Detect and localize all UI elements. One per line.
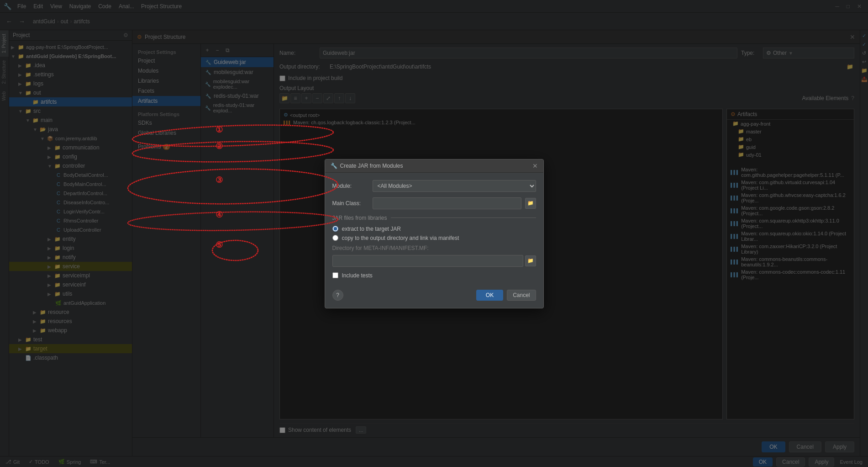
modal-icon: 🔧	[331, 163, 337, 169]
dir-label: Directory for META-INF/MANIFEST.MF:	[332, 245, 536, 251]
modal-overlay: 🔧 Create JAR from Modules ✕ Module: <All…	[0, 0, 868, 467]
modal-cancel-btn[interactable]: Cancel	[507, 290, 536, 301]
radio-group: extract to the target JAR copy to the ou…	[332, 226, 536, 241]
create-jar-modal: 🔧 Create JAR from Modules ✕ Module: <All…	[325, 159, 544, 308]
include-tests-label: Include tests	[342, 272, 373, 279]
modal-title: 🔧 Create JAR from Modules	[331, 163, 403, 169]
radio-extract-label: extract to the target JAR	[342, 226, 401, 232]
manifest-dir-input[interactable]	[332, 255, 523, 267]
module-select[interactable]: <All Modules>	[373, 180, 536, 192]
modal-title-text: Create JAR from Modules	[340, 163, 403, 169]
jar-files-section-label: JAR files from libraries	[332, 215, 536, 221]
help-btn[interactable]: ?	[332, 290, 343, 301]
module-label: Module:	[332, 183, 369, 189]
include-tests-checkbox[interactable]	[332, 272, 338, 278]
modal-close-btn[interactable]: ✕	[532, 162, 538, 170]
include-tests-row: Include tests	[332, 272, 536, 279]
main-class-browse-btn[interactable]: 📁	[525, 198, 536, 209]
module-row: Module: <All Modules>	[332, 180, 536, 192]
modal-body: Module: <All Modules> Main Class: 📁 JAR …	[325, 173, 543, 308]
main-class-input[interactable]	[373, 197, 521, 209]
modal-footer: ? OK Cancel	[332, 286, 536, 301]
modal-footer-left: ?	[332, 290, 343, 301]
dir-input-row: 📁	[332, 255, 536, 267]
radio-copy[interactable]	[332, 235, 338, 241]
radio-extract[interactable]	[332, 226, 338, 232]
modal-ok-btn[interactable]: OK	[476, 290, 503, 301]
modal-titlebar: 🔧 Create JAR from Modules ✕	[325, 159, 543, 173]
radio-copy-label: copy to the output directory and link vi…	[342, 235, 459, 241]
manifest-dir-browse-btn[interactable]: 📁	[525, 255, 536, 266]
radio-extract-row: extract to the target JAR	[332, 226, 536, 232]
radio-copy-row: copy to the output directory and link vi…	[332, 235, 536, 241]
main-class-row: Main Class: 📁	[332, 197, 536, 209]
main-class-label: Main Class:	[332, 200, 369, 207]
